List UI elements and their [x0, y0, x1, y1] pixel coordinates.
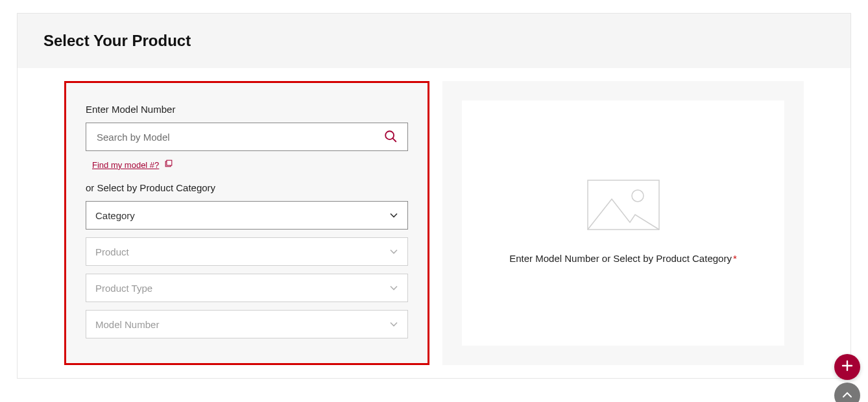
scroll-top-button[interactable] [834, 383, 860, 402]
svg-rect-4 [588, 180, 659, 230]
add-fab-button[interactable] [834, 354, 860, 380]
card-header: Select Your Product [18, 14, 850, 68]
preview-inner: Enter Model Number or Select by Product … [462, 100, 784, 346]
svg-rect-3 [167, 160, 172, 165]
chevron-down-icon [389, 283, 398, 294]
or-select-label: or Select by Product Category [86, 182, 408, 193]
preview-instruction: Enter Model Number or Select by Product … [509, 251, 737, 266]
product-select-label: Product [95, 246, 129, 257]
find-model-row: Find my model #? [86, 159, 408, 171]
find-model-link[interactable]: Find my model #? [92, 160, 159, 170]
preview-instruction-text: Enter Model Number or Select by Product … [509, 253, 732, 264]
model-search-wrapper [86, 123, 408, 151]
product-type-select[interactable]: Product Type [86, 274, 408, 302]
search-button[interactable] [379, 123, 402, 150]
card-body: Enter Model Number Find my model #? o [18, 68, 850, 378]
plus-icon [841, 360, 853, 374]
popup-icon [164, 159, 173, 171]
page-title: Select Your Product [43, 32, 825, 50]
model-search-input[interactable] [95, 131, 376, 143]
required-asterisk: * [733, 253, 737, 264]
image-placeholder-icon [587, 180, 660, 233]
preview-panel: Enter Model Number or Select by Product … [442, 81, 804, 365]
category-select[interactable]: Category [86, 201, 408, 230]
product-selection-panel: Enter Model Number Find my model #? o [64, 81, 429, 365]
product-select[interactable]: Product [86, 237, 408, 266]
model-number-select[interactable]: Model Number [86, 310, 408, 338]
chevron-down-icon [389, 210, 398, 221]
chevron-down-icon [389, 246, 398, 257]
svg-line-1 [393, 138, 396, 141]
search-icon [383, 129, 398, 145]
chevron-down-icon [389, 319, 398, 330]
model-number-select-label: Model Number [95, 319, 159, 330]
enter-model-label: Enter Model Number [86, 104, 408, 115]
chevron-up-icon [842, 390, 852, 401]
category-select-label: Category [95, 210, 135, 221]
product-type-select-label: Product Type [95, 283, 152, 294]
select-product-card: Select Your Product Enter Model Number F… [17, 13, 851, 379]
